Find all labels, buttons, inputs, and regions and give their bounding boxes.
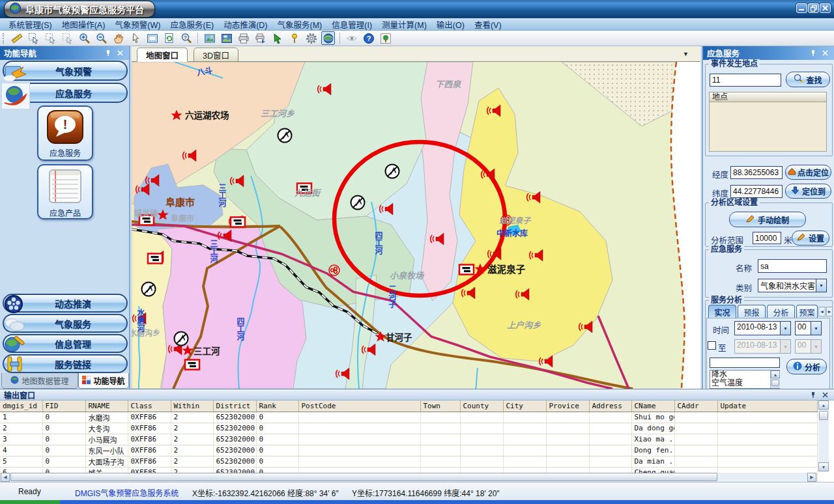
to-time-checkbox[interactable] [708,341,716,350]
menu-system[interactable]: 系统管理(S) [8,18,52,31]
pin-icon[interactable] [808,390,818,399]
clear-selection-icon[interactable] [61,31,74,45]
print-icon[interactable] [237,31,250,45]
place-list-body[interactable] [709,102,827,152]
flag-marker-icon[interactable] [459,265,474,275]
full-extent-icon[interactable] [145,31,159,45]
column-header[interactable]: CName [631,400,674,412]
menu-weather-service[interactable]: 气象服务(M) [278,18,323,31]
scroll-right-icon[interactable]: ▶ [807,473,816,482]
pointer-icon[interactable] [128,31,142,45]
pin-icon[interactable] [808,49,818,58]
element-list[interactable]: 降水 空气温度 [710,370,780,389]
emergency-service-button[interactable]: ! 应急服务 [37,105,93,161]
locate-to-button[interactable]: 定位到 [785,184,831,199]
date2-select[interactable]: 2010-08-13 ▼ [734,339,791,354]
scroll-left-icon[interactable]: ◀ [1,473,10,482]
help-icon[interactable]: ? [362,31,375,45]
column-header[interactable]: Class [128,400,171,412]
tab-scroll-left-icon[interactable]: ◄ [818,307,826,316]
pan-hand-icon[interactable] [111,31,125,45]
close-button[interactable] [820,3,831,13]
tab-dropdown-icon[interactable]: ▼ [683,51,689,57]
select-rectangle-icon[interactable] [27,31,40,45]
flag-marker-icon[interactable] [231,217,245,227]
menu-output[interactable]: 输出(O) [437,18,465,31]
map-view-icon[interactable] [220,31,233,45]
close-icon[interactable] [820,390,830,399]
column-header[interactable]: Rank [256,400,298,412]
table-row[interactable]: 30小马厩沟0XFF8626523020000Xiao ma ... [0,434,817,445]
tab-map-view[interactable]: 地图窗口 [137,48,188,62]
table-row[interactable]: 20大冬沟0XFF8626523020000Da dong gou [0,423,817,434]
hour2-select[interactable]: 00 ▼ [795,339,822,354]
service-name-input[interactable] [758,259,827,273]
pin-locate-icon[interactable] [287,31,301,45]
chevron-down-icon[interactable]: ▼ [780,322,790,335]
hour-select[interactable]: 00 ▼ [795,321,822,335]
menu-view[interactable]: 查看(V) [474,18,502,31]
scrollbar-thumb[interactable] [819,411,828,420]
column-header[interactable]: FID [42,400,85,412]
scroll-down-icon[interactable]: ▼ [818,462,829,471]
column-header[interactable]: County [460,400,503,412]
output-hscrollbar[interactable]: ◀ ▶ [0,473,817,482]
location-search-input[interactable] [710,74,781,87]
set-range-button[interactable]: 设置 [792,231,829,245]
select-polygon-icon[interactable] [44,31,57,45]
station-icon[interactable] [142,283,156,296]
menu-map-operate[interactable]: 地图操作(A) [62,18,106,31]
service-type-select[interactable]: 气象和洪水灾害 ▼ [758,279,827,292]
layer-tree-icon[interactable] [379,31,392,45]
column-header[interactable]: Provice [546,400,589,412]
zoom-out-icon[interactable] [94,31,108,45]
column-header[interactable]: CAddr [674,400,717,412]
station-icon[interactable] [175,332,188,346]
column-header[interactable]: Within [171,400,213,412]
visibility-eye-icon[interactable] [345,31,358,45]
tab-analysis[interactable]: 分析 [767,305,795,318]
restore-button[interactable] [808,3,819,13]
output-vscrollbar[interactable]: ▲ ▼ [818,400,829,471]
identify-icon[interactable]: ? [179,31,193,45]
column-header[interactable]: Town [420,400,460,412]
settings-gear-icon[interactable] [304,31,318,45]
measure-ruler-icon[interactable] [10,31,23,45]
column-header[interactable]: City [503,400,546,412]
tab-live[interactable]: 实况 [708,305,736,318]
scrollbar-thumb[interactable] [771,380,779,386]
chevron-down-icon[interactable]: ▼ [811,322,821,335]
export-image-icon[interactable] [203,31,216,45]
element-filter-box[interactable] [710,357,780,368]
flash-locate-icon[interactable] [270,31,284,45]
station-icon[interactable] [386,165,399,178]
date-select[interactable]: 2010-08-13 ▼ [734,321,791,335]
range-input[interactable] [753,232,781,244]
toolbar-grip[interactable] [3,33,5,44]
refresh-view-icon[interactable] [162,31,176,45]
element-list-scrollbar[interactable]: ▲ [770,371,780,388]
tab-forecast[interactable]: 预报 [738,305,766,318]
flag-marker-icon[interactable] [185,360,199,370]
scrollbar-thumb[interactable] [10,473,717,481]
manual-draw-button[interactable]: 手动绘制 [729,212,806,227]
tab-scroll-right-icon[interactable]: ► [826,307,833,316]
emergency-product-button[interactable]: 应急产品 [37,164,93,219]
tab-plan[interactable]: 预案 [796,305,818,318]
station-icon[interactable] [278,129,292,143]
column-header[interactable]: PostCode [298,400,420,412]
flag-marker-icon[interactable] [148,254,162,264]
column-header[interactable]: Update [717,400,817,412]
longitude-input[interactable] [730,166,783,179]
close-icon[interactable] [820,49,830,58]
scroll-up-icon[interactable]: ▲ [818,400,829,410]
column-header[interactable]: Address [589,400,631,412]
close-icon[interactable] [115,49,125,58]
table-row[interactable]: 50大面场子沟0XFF8626523020000Da mian ... [0,456,817,467]
menu-info-manage[interactable]: 信息管理(I) [332,18,372,31]
click-locate-button[interactable]: 点击定位 [785,165,831,180]
menu-emergency-service[interactable]: 应急服务(E) [170,18,214,31]
menu-weather-warning[interactable]: 气象预警(W) [115,18,160,31]
pin-icon[interactable] [103,49,113,58]
latitude-input[interactable] [730,185,783,198]
